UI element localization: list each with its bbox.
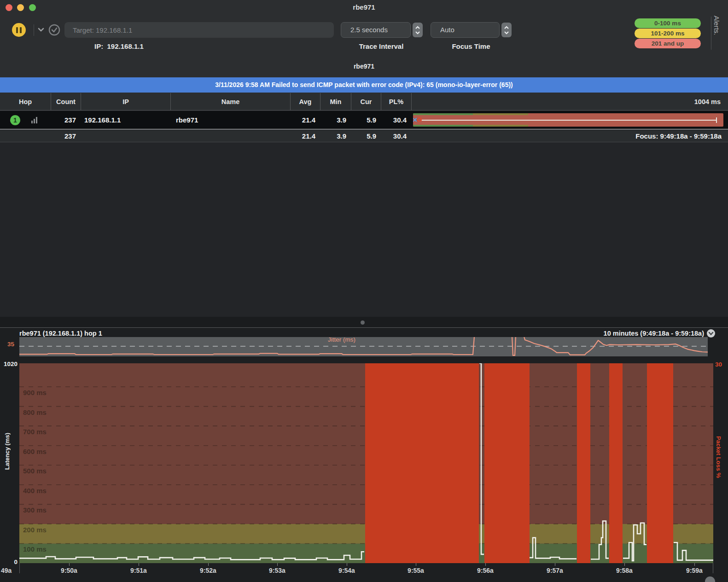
chevron-down-icon: [415, 31, 420, 35]
summary-row: 237 21.4 3.9 5.9 30.4 Focus: 9:49:18a - …: [0, 130, 728, 142]
target-input[interactable]: [64, 22, 334, 38]
x-axis-tick: [208, 563, 209, 566]
x-axis-tick: [347, 563, 347, 566]
svg-text:300 ms: 300 ms: [23, 506, 47, 514]
error-banner[interactable]: 3/11/2026 9:58 AM Failed to send ICMP pa…: [0, 77, 728, 93]
jitter-chart-svg: [19, 337, 708, 356]
collapse-chevron-icon[interactable]: [707, 329, 715, 338]
col-hop[interactable]: Hop: [0, 93, 51, 110]
focus-time-label: Focus Time: [431, 42, 512, 50]
y-max-label: 1020: [0, 361, 17, 367]
timeline-title: rbe971 (192.168.1.1) hop 1: [19, 330, 102, 337]
svg-text:800 ms: 800 ms: [23, 408, 47, 416]
col-avg[interactable]: Avg: [290, 93, 320, 110]
col-name[interactable]: Name: [170, 93, 290, 110]
trace-interval-select[interactable]: 2.5 seconds: [341, 22, 411, 38]
summary-cur: 5.9: [351, 132, 381, 140]
trace-interval-stepper[interactable]: [413, 23, 423, 37]
x-axis-tick: [277, 563, 278, 566]
corner-handle-icon[interactable]: [705, 576, 715, 582]
alert-legend: 0-100 ms101-200 ms201 and up: [635, 18, 701, 49]
check-circle-icon[interactable]: [48, 24, 60, 36]
x-axis-tick: [624, 563, 625, 566]
svg-text:700 ms: 700 ms: [23, 428, 47, 436]
x-axis-label: 9:59a: [686, 567, 703, 574]
svg-text:900 ms: 900 ms: [23, 389, 47, 396]
toolbar-divider: [34, 24, 34, 36]
focus-range-label: Focus: 9:49:18a - 9:59:18a: [411, 132, 728, 140]
ip-value: 192.168.1.1: [107, 42, 144, 50]
table-row[interactable]: 1 237 192.168.1.1 rbe971 21.4 3.9 5.9 30…: [0, 111, 728, 129]
alerts-vertical-label[interactable]: Alerts.: [713, 16, 721, 52]
ip-readout: IP: 192.168.1.1: [94, 42, 144, 50]
svg-text:500 ms: 500 ms: [23, 467, 47, 475]
row-avg: 21.4: [290, 116, 320, 124]
latency-chart-svg: 100 ms200 ms300 ms400 ms500 ms600 ms700 …: [19, 363, 713, 563]
window-title: rbe971: [0, 3, 728, 11]
col-pl[interactable]: PL%: [381, 93, 411, 110]
alert-range-badge[interactable]: 101-200 ms: [635, 29, 701, 38]
x-axis-tick: [416, 563, 416, 566]
jitter-strip[interactable]: [19, 337, 708, 356]
alerts-divider: [711, 17, 711, 50]
x-axis-label: 9:50a: [61, 567, 77, 574]
x-axis-tick: [555, 563, 555, 566]
focus-point-icon: [417, 117, 422, 122]
x-axis-tick: [139, 563, 139, 566]
packet-loss-max-label: 30: [715, 361, 722, 368]
pause-button[interactable]: [12, 23, 26, 37]
x-axis-tick: [485, 563, 486, 566]
row-cur: 5.9: [351, 116, 381, 124]
row-pl: 30.4: [381, 116, 411, 124]
target-subtitle: rbe971: [0, 63, 728, 70]
chevron-down-icon: [504, 31, 509, 35]
svg-text:100 ms: 100 ms: [23, 545, 47, 553]
summary-pl: 30.4: [381, 132, 411, 140]
timeline-range-label[interactable]: 10 minutes (9:49:18a - 9:59:18a): [604, 330, 704, 337]
latency-line: [421, 120, 717, 121]
row-min: 3.9: [320, 116, 351, 124]
chevron-down-icon[interactable]: [38, 28, 44, 32]
col-ip[interactable]: IP: [81, 93, 170, 110]
pingplotter-window: rbe971 2.5 seconds Auto IP: 192.168.1.1 …: [0, 0, 728, 582]
timeline-pane: rbe971 (192.168.1.1) hop 1 10 minutes (9…: [0, 327, 728, 582]
bar-chart-icon[interactable]: [31, 117, 37, 123]
hop-latency-graph[interactable]: ✕: [411, 111, 728, 129]
chevron-up-icon: [504, 26, 509, 29]
packet-loss-axis-label: Packet Loss %: [715, 436, 722, 478]
trace-interval-label: Trace Interval: [341, 42, 422, 50]
svg-text:200 ms: 200 ms: [23, 526, 47, 534]
latency-plot[interactable]: 100 ms200 ms300 ms400 ms500 ms600 ms700 …: [19, 363, 713, 563]
x-axis-label: 9:58a: [616, 567, 633, 574]
chevron-up-icon: [415, 26, 420, 29]
x-axis-label: 9:55a: [408, 567, 424, 574]
x-axis-clipped-label: 49a: [1, 567, 12, 574]
x-axis-label: 9:57a: [547, 567, 563, 574]
x-axis-tick: [69, 563, 70, 566]
x-axis-label: 9:53a: [269, 567, 285, 574]
scale-label: 1004 ms: [411, 93, 728, 110]
ip-label: IP:: [94, 42, 103, 50]
splitter-handle-icon[interactable]: [361, 320, 365, 325]
y-zero-label: 0: [0, 559, 17, 565]
latency-end-tick: [716, 117, 717, 123]
row-name: rbe971: [170, 116, 290, 124]
latency-axis-label: Latency (ms): [4, 433, 11, 470]
col-cur[interactable]: Cur: [351, 93, 381, 110]
row-count: 237: [51, 116, 81, 124]
x-axis-label: 9:51a: [130, 567, 147, 574]
x-axis: 9:50a9:51a9:52a9:53a9:54a9:55a9:56a9:57a…: [19, 563, 713, 576]
latency-range-bar: [413, 113, 723, 127]
col-min[interactable]: Min: [320, 93, 351, 110]
alert-range-badge[interactable]: 201 and up: [635, 39, 701, 48]
jitter-threshold-label: 35: [7, 341, 14, 348]
table-header: Hop Count IP Name Avg Min Cur PL% 1004 m…: [0, 93, 728, 111]
col-count[interactable]: Count: [51, 93, 81, 110]
hop-number-badge: 1: [10, 115, 20, 125]
alert-range-badge[interactable]: 0-100 ms: [635, 18, 701, 28]
focus-time-select[interactable]: Auto: [431, 22, 500, 38]
focus-time-stepper[interactable]: [501, 23, 512, 37]
row-ip: 192.168.1.1: [81, 116, 170, 124]
summary-min: 3.9: [320, 132, 351, 140]
pane-splitter[interactable]: [0, 317, 728, 327]
